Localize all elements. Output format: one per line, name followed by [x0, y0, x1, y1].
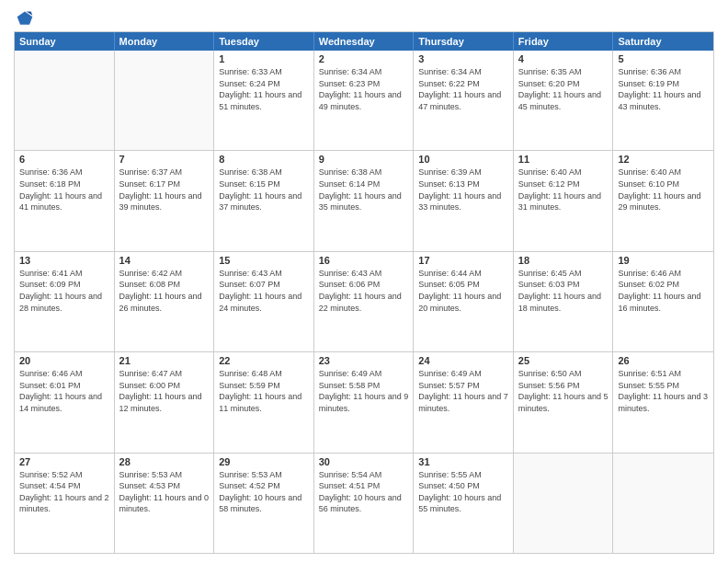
day-number: 1: [219, 53, 309, 64]
cell-info: Sunrise: 6:37 AM Sunset: 6:17 PM Dayligh…: [119, 167, 210, 213]
calendar-cell: 10Sunrise: 6:39 AM Sunset: 6:13 PM Dayli…: [414, 151, 514, 250]
day-number: 22: [219, 355, 309, 366]
calendar-cell: 7Sunrise: 6:37 AM Sunset: 6:17 PM Daylig…: [115, 151, 215, 250]
header-day-tuesday: Tuesday: [214, 32, 314, 51]
cell-info: Sunrise: 6:49 AM Sunset: 5:57 PM Dayligh…: [418, 368, 508, 414]
cell-info: Sunrise: 6:46 AM Sunset: 6:02 PM Dayligh…: [618, 268, 709, 314]
cell-info: Sunrise: 6:39 AM Sunset: 6:13 PM Dayligh…: [418, 167, 508, 213]
calendar-cell: [613, 454, 713, 553]
cell-info: Sunrise: 6:43 AM Sunset: 6:07 PM Dayligh…: [219, 268, 309, 314]
day-number: 29: [219, 456, 309, 467]
day-number: 26: [618, 355, 709, 366]
day-number: 30: [319, 456, 409, 467]
calendar-cell: 29Sunrise: 5:53 AM Sunset: 4:52 PM Dayli…: [214, 454, 314, 553]
header-day-saturday: Saturday: [613, 32, 713, 51]
calendar-cell: 15Sunrise: 6:43 AM Sunset: 6:07 PM Dayli…: [214, 252, 314, 351]
cell-info: Sunrise: 6:48 AM Sunset: 5:59 PM Dayligh…: [219, 368, 309, 414]
cell-info: Sunrise: 5:53 AM Sunset: 4:53 PM Dayligh…: [119, 469, 210, 515]
calendar-cell: 3Sunrise: 6:34 AM Sunset: 6:22 PM Daylig…: [414, 51, 514, 150]
day-number: 3: [418, 53, 508, 64]
calendar-cell: 24Sunrise: 6:49 AM Sunset: 5:57 PM Dayli…: [414, 352, 514, 452]
calendar-cell: 4Sunrise: 6:35 AM Sunset: 6:20 PM Daylig…: [514, 51, 614, 150]
calendar-cell: 19Sunrise: 6:46 AM Sunset: 6:02 PM Dayli…: [613, 252, 713, 351]
day-number: 6: [19, 154, 109, 165]
calendar-cell: 2Sunrise: 6:34 AM Sunset: 6:23 PM Daylig…: [314, 51, 415, 150]
day-number: 15: [219, 255, 309, 266]
calendar-cell: 31Sunrise: 5:55 AM Sunset: 4:50 PM Dayli…: [414, 454, 514, 553]
day-number: 16: [319, 255, 409, 266]
header-day-thursday: Thursday: [414, 32, 514, 51]
cell-info: Sunrise: 6:34 AM Sunset: 6:23 PM Dayligh…: [319, 66, 409, 112]
calendar-cell: 23Sunrise: 6:49 AM Sunset: 5:58 PM Dayli…: [314, 352, 415, 452]
calendar-row-3: 13Sunrise: 6:41 AM Sunset: 6:09 PM Dayli…: [15, 252, 713, 352]
day-number: 19: [618, 255, 709, 266]
day-number: 5: [618, 53, 709, 64]
calendar-cell: [514, 454, 614, 553]
calendar-row-1: 1Sunrise: 6:33 AM Sunset: 6:24 PM Daylig…: [15, 51, 713, 151]
day-number: 11: [518, 154, 609, 165]
day-number: 4: [518, 53, 609, 64]
day-number: 18: [518, 255, 609, 266]
cell-info: Sunrise: 6:33 AM Sunset: 6:24 PM Dayligh…: [219, 66, 309, 112]
day-number: 9: [319, 154, 409, 165]
cell-info: Sunrise: 6:40 AM Sunset: 6:10 PM Dayligh…: [618, 167, 709, 213]
header-day-friday: Friday: [514, 32, 614, 51]
calendar-cell: 14Sunrise: 6:42 AM Sunset: 6:08 PM Dayli…: [115, 252, 215, 351]
calendar-cell: 25Sunrise: 6:50 AM Sunset: 5:56 PM Dayli…: [514, 352, 614, 452]
cell-info: Sunrise: 6:50 AM Sunset: 5:56 PM Dayligh…: [518, 368, 609, 414]
calendar-cell: 6Sunrise: 6:36 AM Sunset: 6:18 PM Daylig…: [15, 151, 115, 250]
day-number: 17: [418, 255, 508, 266]
calendar-cell: 13Sunrise: 6:41 AM Sunset: 6:09 PM Dayli…: [15, 252, 115, 351]
cell-info: Sunrise: 6:38 AM Sunset: 6:15 PM Dayligh…: [219, 167, 309, 213]
cell-info: Sunrise: 6:46 AM Sunset: 6:01 PM Dayligh…: [19, 368, 109, 414]
calendar-cell: 20Sunrise: 6:46 AM Sunset: 6:01 PM Dayli…: [15, 352, 115, 452]
day-number: 10: [418, 154, 508, 165]
day-number: 14: [119, 255, 210, 266]
day-number: 20: [19, 355, 109, 366]
day-number: 13: [19, 255, 109, 266]
cell-info: Sunrise: 6:49 AM Sunset: 5:58 PM Dayligh…: [319, 368, 409, 414]
cell-info: Sunrise: 6:40 AM Sunset: 6:12 PM Dayligh…: [518, 167, 609, 213]
calendar-cell: 27Sunrise: 5:52 AM Sunset: 4:54 PM Dayli…: [15, 454, 115, 553]
cell-info: Sunrise: 6:41 AM Sunset: 6:09 PM Dayligh…: [19, 268, 109, 314]
day-number: 25: [518, 355, 609, 366]
day-number: 8: [219, 154, 309, 165]
calendar-body: 1Sunrise: 6:33 AM Sunset: 6:24 PM Daylig…: [15, 51, 713, 553]
calendar-cell: 9Sunrise: 6:38 AM Sunset: 6:14 PM Daylig…: [314, 151, 415, 250]
calendar-cell: 5Sunrise: 6:36 AM Sunset: 6:19 PM Daylig…: [613, 51, 713, 150]
cell-info: Sunrise: 5:54 AM Sunset: 4:51 PM Dayligh…: [319, 469, 409, 515]
header-day-monday: Monday: [115, 32, 215, 51]
header: [14, 9, 714, 24]
calendar-cell: 28Sunrise: 5:53 AM Sunset: 4:53 PM Dayli…: [115, 454, 215, 553]
cell-info: Sunrise: 6:35 AM Sunset: 6:20 PM Dayligh…: [518, 66, 609, 112]
logo-icon: [16, 9, 34, 28]
calendar-cell: 18Sunrise: 6:45 AM Sunset: 6:03 PM Dayli…: [514, 252, 614, 351]
cell-info: Sunrise: 5:52 AM Sunset: 4:54 PM Dayligh…: [19, 469, 109, 515]
calendar-cell: 30Sunrise: 5:54 AM Sunset: 4:51 PM Dayli…: [314, 454, 415, 553]
calendar-row-4: 20Sunrise: 6:46 AM Sunset: 6:01 PM Dayli…: [15, 352, 713, 453]
logo: [14, 9, 34, 24]
calendar-cell: 22Sunrise: 6:48 AM Sunset: 5:59 PM Dayli…: [214, 352, 314, 452]
calendar-cell: [15, 51, 115, 150]
day-number: 23: [319, 355, 409, 366]
calendar-header: SundayMondayTuesdayWednesdayThursdayFrid…: [15, 32, 713, 51]
cell-info: Sunrise: 6:42 AM Sunset: 6:08 PM Dayligh…: [119, 268, 210, 314]
day-number: 21: [119, 355, 210, 366]
cell-info: Sunrise: 5:55 AM Sunset: 4:50 PM Dayligh…: [418, 469, 508, 515]
cell-info: Sunrise: 5:53 AM Sunset: 4:52 PM Dayligh…: [219, 469, 309, 515]
day-number: 2: [319, 53, 409, 64]
cell-info: Sunrise: 6:47 AM Sunset: 6:00 PM Dayligh…: [119, 368, 210, 414]
cell-info: Sunrise: 6:51 AM Sunset: 5:55 PM Dayligh…: [618, 368, 709, 414]
calendar-cell: 26Sunrise: 6:51 AM Sunset: 5:55 PM Dayli…: [613, 352, 713, 452]
day-number: 28: [119, 456, 210, 467]
day-number: 7: [119, 154, 210, 165]
cell-info: Sunrise: 6:34 AM Sunset: 6:22 PM Dayligh…: [418, 66, 508, 112]
header-day-sunday: Sunday: [15, 32, 115, 51]
calendar-cell: 8Sunrise: 6:38 AM Sunset: 6:15 PM Daylig…: [214, 151, 314, 250]
cell-info: Sunrise: 6:45 AM Sunset: 6:03 PM Dayligh…: [518, 268, 609, 314]
cell-info: Sunrise: 6:36 AM Sunset: 6:19 PM Dayligh…: [618, 66, 709, 112]
calendar-cell: 12Sunrise: 6:40 AM Sunset: 6:10 PM Dayli…: [613, 151, 713, 250]
calendar-cell: 21Sunrise: 6:47 AM Sunset: 6:00 PM Dayli…: [115, 352, 215, 452]
calendar-cell: 11Sunrise: 6:40 AM Sunset: 6:12 PM Dayli…: [514, 151, 614, 250]
day-number: 27: [19, 456, 109, 467]
